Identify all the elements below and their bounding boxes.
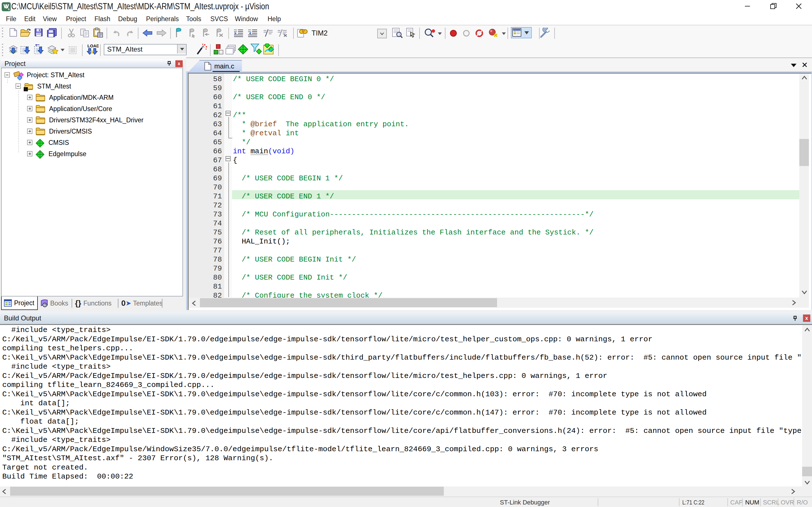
svg-text:?: ?	[44, 303, 46, 307]
svg-text:LOAD: LOAD	[88, 43, 99, 48]
svg-text:s: s	[8, 7, 10, 11]
